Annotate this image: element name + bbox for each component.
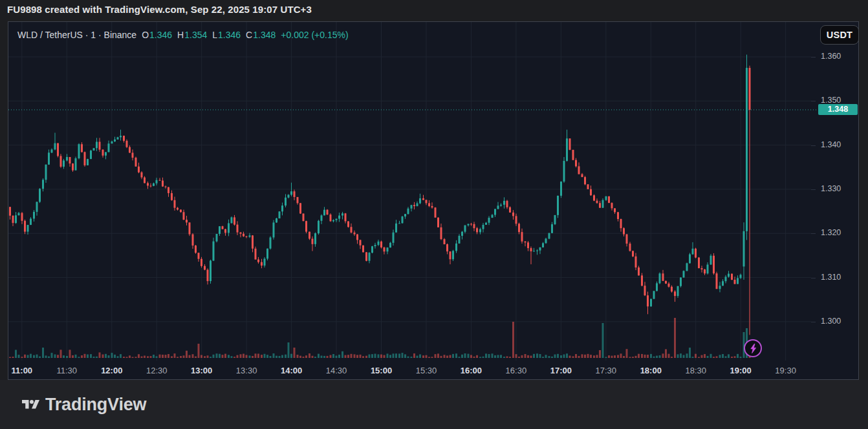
price-axis[interactable]: 1.3601.3501.3401.3301.3201.3101.300 — [811, 22, 859, 361]
candlestick-chart[interactable] — [8, 22, 858, 379]
price-tick-label: 1.350 — [821, 96, 841, 105]
lightning-bolt-icon — [748, 343, 758, 354]
time-tick-label: 19:00 — [730, 361, 752, 380]
lightning-button[interactable] — [744, 339, 762, 357]
price-tick-label: 1.300 — [821, 317, 841, 326]
price-tick-label: 1.310 — [821, 273, 841, 282]
time-tick-label: 12:00 — [101, 361, 122, 380]
tradingview-logo[interactable]: TradingView — [22, 380, 146, 429]
currency-toggle-button[interactable]: USDT — [820, 25, 859, 45]
time-tick-label: 11:30 — [56, 361, 77, 380]
time-tick-label: 19:30 — [775, 361, 796, 380]
time-tick-label: 11:00 — [12, 361, 33, 380]
last-price-badge: 1.348 — [818, 104, 858, 115]
ohlc-low: L1.346 — [212, 30, 241, 40]
time-tick-label: 13:00 — [191, 361, 212, 380]
time-tick-label: 18:00 — [640, 361, 662, 380]
time-tick-label: 18:30 — [685, 361, 706, 380]
time-tick-label: 17:00 — [550, 361, 572, 380]
time-tick-label: 15:30 — [416, 361, 437, 380]
ohlc-close: C1.348 — [246, 30, 276, 40]
price-change: +0.002 (+0.15%) — [281, 30, 348, 40]
time-tick-label: 15:00 — [371, 361, 392, 380]
snapshot-title: FU9898 created with TradingView.com, Sep… — [7, 4, 312, 15]
grid-lines — [8, 22, 811, 361]
time-axis[interactable]: 11:0011:3012:0012:3013:0013:3014:0014:30… — [8, 361, 811, 380]
price-tick-label: 1.360 — [821, 52, 841, 61]
time-tick-label: 14:30 — [326, 361, 347, 380]
tradingview-logo-icon — [22, 398, 39, 412]
time-tick-label: 13:30 — [236, 361, 257, 380]
price-tick-label: 1.330 — [821, 184, 841, 193]
price-tick-label: 1.320 — [821, 228, 841, 237]
time-tick-label: 14:00 — [281, 361, 302, 380]
footer: TradingView — [0, 380, 868, 429]
snapshot-header: FU9898 created with TradingView.com, Sep… — [0, 0, 868, 21]
symbol-title: WLD / TetherUS · 1 · Binance — [17, 30, 136, 40]
ohlc-open: O1.346 — [142, 30, 172, 40]
ohlc-high: H1.354 — [177, 30, 207, 40]
time-tick-label: 16:30 — [506, 361, 527, 380]
price-tick-label: 1.340 — [821, 140, 841, 149]
candles — [9, 55, 751, 335]
chart-legend: WLD / TetherUS · 1 · Binance O1.346 H1.3… — [17, 30, 349, 40]
tradingview-snapshot: FU9898 created with TradingView.com, Sep… — [0, 0, 868, 429]
time-tick-label: 16:00 — [461, 361, 482, 380]
volume-bars — [9, 318, 751, 358]
chart-pane: WLD / TetherUS · 1 · Binance O1.346 H1.3… — [8, 21, 859, 380]
time-tick-label: 12:30 — [146, 361, 168, 380]
time-tick-label: 17:30 — [596, 361, 617, 380]
tradingview-logo-text: TradingView — [45, 395, 146, 415]
